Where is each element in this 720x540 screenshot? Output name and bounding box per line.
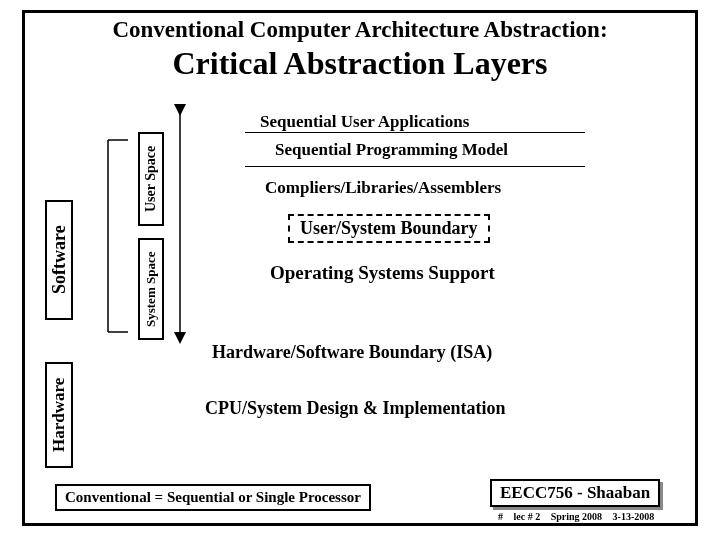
divider: [245, 132, 585, 133]
user-space-label: User Space: [138, 132, 164, 226]
conventional-note: Conventional = Sequential or Single Proc…: [55, 484, 371, 511]
slide-footer: # lec # 2 Spring 2008 3-13-2008: [498, 511, 662, 522]
layer-os-support: Operating Systems Support: [270, 262, 495, 284]
layer-seq-prog: Sequential Programming Model: [275, 140, 508, 160]
course-box: EECC756 - Shaaban: [490, 479, 660, 507]
hardware-label: Hardware: [45, 362, 73, 468]
software-label: Software: [45, 200, 73, 320]
user-system-boundary: User/System Boundary: [288, 214, 490, 243]
footer-hash: #: [498, 511, 503, 522]
layer-seq-apps: Sequential User Applications: [260, 112, 469, 132]
system-space-label: System Space: [138, 238, 164, 340]
footer-lec: lec # 2: [514, 511, 541, 522]
layer-compilers: Compliers/Libraries/Assemblers: [265, 178, 501, 198]
footer-date: 3-13-2008: [613, 511, 655, 522]
layer-cpu-design: CPU/System Design & Implementation: [205, 398, 505, 419]
footer-term: Spring 2008: [551, 511, 602, 522]
divider: [245, 166, 585, 167]
hw-sw-boundary: Hardware/Software Boundary (ISA): [212, 342, 492, 363]
